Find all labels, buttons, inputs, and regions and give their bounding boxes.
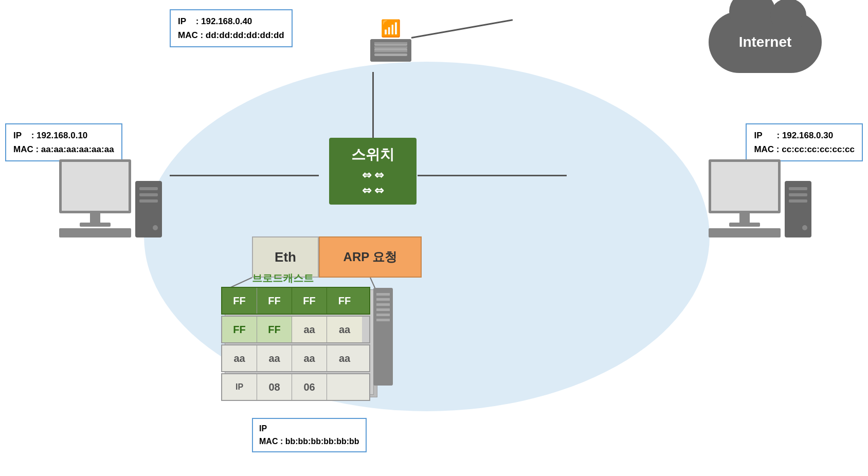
bottom-mac-info-box: IP MAC : bb:bb:bb:bb:bb:bb [252,418,367,452]
svg-rect-2 [374,48,407,51]
cell-ff-2-1: FF [222,317,257,342]
monitor-screen-right [709,159,781,213]
cell-ff-2-4: aa [327,317,362,342]
computer-right [709,159,811,237]
bottom-ip-label: IP [259,422,359,435]
cell-ip: IP [222,374,257,400]
arp-box: ARP 요청 [319,236,422,278]
internet-cloud: Internet [709,11,822,73]
tower-right [785,181,811,237]
monitor-screen-left [59,159,131,213]
tower-line-2 [139,193,158,196]
packet-layers-main: 브로드캐스트 FF FF FF FF FF FF aa aa aa aa aa … [221,287,370,401]
screen-inner-right [711,162,778,211]
right-ip-label: IP : 192.168.0.30 [754,129,855,142]
packet-stack: 브로드캐스트 FF FF FF FF FF FF aa aa aa aa aa … [221,287,370,402]
tower-left [135,181,162,237]
left-mac-label: MAC : aa:aa:aa:aa:aa:aa [13,142,114,156]
cell-ff-1-1: FF [222,288,257,314]
switch-device: 스위치 ⇔ ⇔ ⇔ ⇔ [329,138,417,205]
cell-ff-1-2: FF [257,288,292,314]
arrow-right-1: ⇔ [374,169,384,182]
svg-rect-3 [374,53,407,56]
cell-empty [327,374,362,400]
keyboard-left [59,228,131,237]
monitor-stand-left [90,213,100,223]
internet-label: Internet [739,34,792,50]
router-box [370,39,411,62]
eth-label: Eth [275,249,296,265]
arrow-left-2: ⇔ [362,184,371,197]
tower-right-line-1 [789,187,807,190]
monitor-left [59,159,131,237]
switch-label: 스위치 [351,145,394,164]
cell-08: 08 [257,374,292,400]
line-router-internet [411,19,513,39]
tower-right-line-2 [789,193,807,196]
cell-aa-1: aa [222,345,257,371]
layer-ff-1: FF FF FF FF [221,287,370,315]
router-info-box: IP : 192.168.0.40 MAC : dd:dd:dd:dd:dd:d… [170,9,293,47]
computer-left [59,159,162,237]
router-ip-label: IP : 192.168.0.40 [178,14,284,28]
cell-06: 06 [292,374,327,400]
arrow-right-2: ⇔ [374,184,384,197]
monitor-base-right [729,223,760,227]
tower-dot-right [802,225,807,230]
monitor-right [709,159,781,237]
tower-line-3 [139,199,158,203]
layer-ff-2: FF FF aa aa [221,316,370,343]
left-computer-info-box: IP : 192.168.0.10 MAC : aa:aa:aa:aa:aa:a… [5,123,122,161]
bottom-mac-label: MAC : bb:bb:bb:bb:bb:bb [259,435,359,448]
cell-aa-2: aa [257,345,292,371]
monitor-base-left [80,223,111,227]
monitor-stand-right [739,213,750,223]
router-mac-label: MAC : dd:dd:dd:dd:dd:dd [178,28,284,42]
cell-ff-1-3: FF [292,288,327,314]
screen-inner-left [62,162,129,211]
arrow-left-1: ⇔ [362,169,371,182]
cell-ff-1-4: FF [327,288,362,314]
layer-ip: IP 08 06 [221,373,370,401]
cell-ff-2-2: FF [257,317,292,342]
router-device: 📶 [370,19,411,62]
arp-label: ARP 요청 [343,249,397,265]
right-mac-label: MAC : cc:cc:cc:cc:cc:cc [754,142,855,156]
right-computer-info-box: IP : 192.168.0.30 MAC : cc:cc:cc:cc:cc:c… [746,123,863,161]
left-ip-label: IP : 192.168.0.10 [13,129,114,142]
tower-line-1 [139,187,158,190]
stack-side-tower [373,288,393,386]
tower-dot-left [153,225,158,230]
svg-rect-1 [374,43,407,46]
line-switch-right [418,175,567,176]
cell-aa-3: aa [292,345,327,371]
tower-right-line-3 [789,199,807,203]
line-switch-left [170,175,319,176]
cell-ff-2-3: aa [292,317,327,342]
keyboard-right [709,228,781,237]
switch-arrows: ⇔ ⇔ ⇔ ⇔ [362,169,384,197]
cell-aa-4: aa [327,345,362,371]
layer-aa: aa aa aa aa [221,344,370,372]
broadcast-label: 브로드캐스트 [252,271,314,285]
wifi-icon: 📶 [381,19,401,38]
